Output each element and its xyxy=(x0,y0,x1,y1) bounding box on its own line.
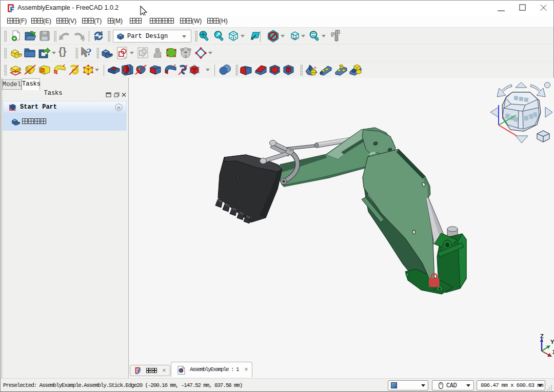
svg-text:Z: Z xyxy=(540,334,544,339)
svg-text:?: ? xyxy=(87,47,92,57)
svg-text:Y: Y xyxy=(550,339,554,345)
